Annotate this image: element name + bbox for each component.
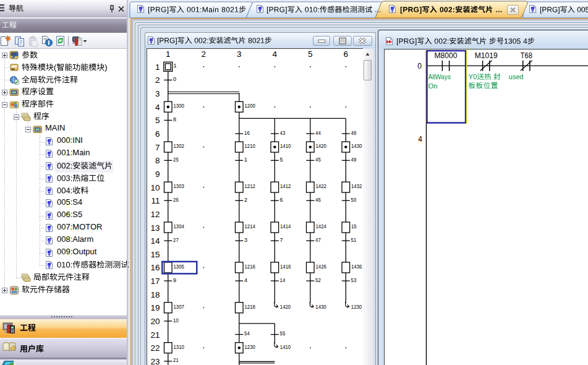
svg-text:1410: 1410 bbox=[280, 143, 291, 149]
svg-text:M8000: M8000 bbox=[435, 51, 458, 60]
svg-text:6: 6 bbox=[155, 129, 160, 139]
svg-text:1200: 1200 bbox=[245, 103, 255, 109]
svg-text:18: 18 bbox=[150, 290, 160, 299]
svg-text:1426: 1426 bbox=[316, 264, 326, 270]
svg-text:2: 2 bbox=[202, 49, 207, 59]
svg-text:48: 48 bbox=[351, 130, 357, 136]
svg-text:19: 19 bbox=[150, 303, 160, 312]
svg-text:5: 5 bbox=[308, 49, 313, 59]
svg-text:6: 6 bbox=[344, 49, 349, 59]
svg-text:1212: 1212 bbox=[245, 183, 255, 189]
svg-text:7: 7 bbox=[280, 237, 283, 243]
svg-text:10: 10 bbox=[150, 183, 160, 192]
svg-text:1430: 1430 bbox=[351, 143, 362, 149]
svg-text:8: 8 bbox=[155, 156, 160, 165]
svg-text:4: 4 bbox=[418, 135, 422, 144]
svg-text:1: 1 bbox=[166, 49, 171, 59]
svg-text:44: 44 bbox=[315, 130, 321, 136]
svg-text:1302: 1302 bbox=[174, 143, 184, 149]
svg-text:1422: 1422 bbox=[316, 183, 326, 189]
svg-text:21: 21 bbox=[150, 330, 160, 340]
svg-text:used: used bbox=[509, 73, 524, 80]
svg-text:43: 43 bbox=[280, 130, 286, 136]
svg-text:1412: 1412 bbox=[280, 183, 291, 189]
svg-text:15: 15 bbox=[351, 223, 357, 230]
svg-text:23: 23 bbox=[150, 357, 160, 365]
svg-text:47: 47 bbox=[315, 237, 321, 243]
svg-text:8: 8 bbox=[173, 116, 176, 122]
svg-text:AllWays: AllWays bbox=[428, 73, 451, 80]
svg-text:45: 45 bbox=[315, 157, 321, 163]
svg-text:12: 12 bbox=[150, 210, 160, 219]
svg-text:1416: 1416 bbox=[280, 264, 291, 270]
svg-text:53: 53 bbox=[351, 277, 357, 283]
svg-text:55: 55 bbox=[280, 330, 286, 337]
svg-text:15: 15 bbox=[150, 250, 160, 259]
svg-text:3: 3 bbox=[155, 89, 160, 98]
svg-text:1424: 1424 bbox=[316, 223, 326, 230]
svg-text:1216: 1216 bbox=[245, 264, 255, 270]
svg-text:26: 26 bbox=[173, 197, 179, 203]
svg-text:51: 51 bbox=[351, 237, 357, 243]
svg-text:14: 14 bbox=[150, 236, 160, 246]
svg-text:52: 52 bbox=[315, 277, 321, 283]
svg-text:9: 9 bbox=[155, 170, 160, 179]
svg-text:1420: 1420 bbox=[280, 304, 291, 310]
svg-text:14: 14 bbox=[280, 277, 286, 283]
svg-text:1436: 1436 bbox=[351, 264, 362, 270]
svg-text:13: 13 bbox=[150, 223, 160, 233]
svg-text:1: 1 bbox=[174, 62, 177, 69]
svg-text:46: 46 bbox=[315, 197, 321, 203]
svg-text:22: 22 bbox=[150, 343, 160, 353]
svg-text:1300: 1300 bbox=[174, 103, 184, 109]
svg-text:27: 27 bbox=[173, 237, 179, 243]
svg-text:1: 1 bbox=[244, 157, 247, 163]
svg-text:4: 4 bbox=[273, 49, 278, 59]
svg-text:17: 17 bbox=[150, 277, 160, 286]
svg-text:54: 54 bbox=[244, 330, 250, 337]
svg-text:1414: 1414 bbox=[280, 223, 291, 230]
svg-text:0: 0 bbox=[173, 76, 176, 82]
svg-text:1: 1 bbox=[155, 62, 160, 72]
svg-text:3: 3 bbox=[237, 49, 242, 59]
svg-text:16: 16 bbox=[244, 130, 250, 136]
svg-text:7: 7 bbox=[155, 143, 160, 152]
svg-text:1305: 1305 bbox=[174, 264, 184, 270]
svg-text:6: 6 bbox=[280, 197, 283, 203]
svg-text:1304: 1304 bbox=[174, 223, 184, 230]
svg-text:11: 11 bbox=[151, 196, 160, 205]
svg-text:1230: 1230 bbox=[245, 344, 255, 350]
svg-text:4: 4 bbox=[244, 277, 247, 283]
svg-text:1214: 1214 bbox=[245, 223, 255, 230]
svg-text:1430: 1430 bbox=[315, 304, 326, 310]
svg-text:1210: 1210 bbox=[245, 143, 255, 149]
svg-text:10: 10 bbox=[173, 317, 179, 324]
svg-text:1218: 1218 bbox=[245, 304, 255, 310]
svg-text:49: 49 bbox=[351, 157, 357, 163]
svg-text:9: 9 bbox=[173, 277, 176, 283]
svg-text:5: 5 bbox=[280, 157, 283, 163]
svg-text:21: 21 bbox=[173, 357, 179, 363]
svg-text:50: 50 bbox=[351, 197, 357, 203]
svg-text:1310: 1310 bbox=[174, 344, 184, 350]
svg-text:1420: 1420 bbox=[316, 143, 326, 149]
svg-text:0: 0 bbox=[417, 61, 422, 70]
svg-text:T68: T68 bbox=[521, 51, 532, 60]
svg-text:2: 2 bbox=[155, 75, 160, 85]
svg-text:1410: 1410 bbox=[280, 344, 291, 350]
svg-text:1303: 1303 bbox=[174, 183, 184, 189]
svg-text:4: 4 bbox=[155, 103, 160, 112]
svg-text:M1019: M1019 bbox=[475, 51, 498, 60]
svg-text:20: 20 bbox=[150, 317, 160, 326]
svg-text:16: 16 bbox=[150, 263, 160, 272]
svg-text:3: 3 bbox=[244, 237, 247, 243]
svg-text:On: On bbox=[428, 82, 438, 89]
svg-text:1307: 1307 bbox=[174, 304, 184, 310]
svg-text:1230: 1230 bbox=[351, 304, 362, 310]
svg-text:25: 25 bbox=[173, 157, 179, 163]
svg-text:5: 5 bbox=[155, 116, 160, 125]
svg-text:2: 2 bbox=[244, 197, 247, 203]
svg-text:1432: 1432 bbox=[351, 183, 362, 189]
